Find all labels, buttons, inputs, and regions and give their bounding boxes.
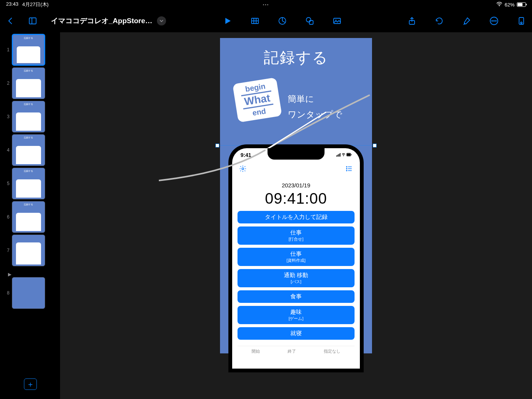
status-time: 23:43 [6, 1, 19, 8]
gear-icon [239, 165, 247, 174]
svg-rect-23 [340, 153, 340, 157]
slide-heading[interactable]: 記録する [220, 38, 372, 68]
sidebar-toggle-icon[interactable] [27, 15, 39, 27]
phone-notch [268, 148, 325, 160]
phone-button-list: タイトルを入力して記録 仕事[打合せ] 仕事[資料作成] 通勤 移動[バス] 食… [232, 207, 360, 344]
phone-item-3: 食事 [238, 290, 355, 303]
slide-canvas[interactable]: 記録する begin What end 簡単に ワンタップで 9:41 [60, 32, 532, 399]
svg-point-16 [494, 21, 494, 21]
slide-content[interactable]: 記録する begin What end 簡単に ワンタップで 9:41 [220, 38, 372, 353]
slide-navigator[interactable]: 1 記録する 2 記録する 3 記録する 4 記録する 5 記録する 6 記録す… [0, 32, 60, 399]
svg-rect-10 [309, 21, 313, 24]
status-date: 4月27日(木) [22, 1, 49, 8]
slide-thumb-5[interactable]: 5 記録する [1, 168, 59, 200]
title-dropdown-icon[interactable] [157, 16, 166, 25]
phone-date: 2023/01/19 [232, 182, 360, 188]
battery-percent: 62% [505, 2, 515, 8]
phone-mockup[interactable]: 9:41 [228, 144, 364, 372]
phone-item-5: 就寝 [238, 327, 355, 340]
phone-primary-button: タイトルを入力して記録 [238, 211, 355, 223]
svg-rect-27 [351, 154, 352, 155]
app-toolbar: イマココデコレオ_AppStore… [0, 11, 532, 30]
svg-point-28 [242, 168, 244, 170]
svg-point-17 [496, 21, 496, 21]
wifi-icon [496, 2, 502, 8]
resize-handle-right[interactable] [373, 144, 377, 147]
phone-clock: 09:41:00 [232, 190, 360, 207]
slide-thumb-2[interactable]: 2 記録する [1, 67, 59, 99]
slide-thumb-8[interactable]: 8 [1, 277, 59, 309]
format-brush-icon[interactable] [461, 15, 473, 27]
image-icon[interactable] [331, 15, 343, 27]
add-slide-button[interactable]: ＋ [24, 378, 37, 390]
slide-thumb-1[interactable]: 1 記録する [1, 34, 59, 66]
svg-rect-22 [339, 154, 339, 157]
svg-point-9 [306, 17, 311, 22]
svg-point-34 [347, 170, 347, 171]
phone-item-2: 通勤 移動[バス] [238, 269, 355, 287]
resize-handle-left[interactable] [215, 144, 219, 147]
svg-rect-26 [347, 154, 350, 156]
svg-point-15 [492, 21, 492, 21]
multitask-dots[interactable]: ••• [263, 3, 269, 7]
back-button[interactable] [5, 15, 17, 27]
phone-signal-icons [336, 152, 352, 158]
slide-thumb-7[interactable]: 7 [1, 234, 59, 266]
svg-point-19 [521, 22, 522, 24]
slide-thumb-3[interactable]: 3 記録する [1, 101, 59, 133]
document-title[interactable]: イマココデコレオ_AppStore… [51, 16, 152, 26]
collapse-arrow-icon[interactable]: ▶ [8, 272, 59, 277]
ipad-statusbar: 23:43 4月27日(木) ••• 62% [0, 0, 532, 9]
chart-icon[interactable] [276, 15, 288, 27]
table-icon[interactable] [249, 15, 261, 27]
app-logo-graphic[interactable]: begin What end [233, 78, 282, 123]
phone-tabbar: 開始 終了 指定なし [238, 346, 355, 354]
play-button[interactable] [222, 15, 234, 27]
undo-icon[interactable] [433, 15, 445, 27]
svg-marker-3 [225, 18, 231, 24]
svg-point-32 [347, 166, 347, 167]
phone-item-0: 仕事[打合せ] [238, 226, 355, 245]
list-icon [345, 165, 353, 174]
battery-icon [517, 2, 526, 7]
svg-rect-1 [29, 18, 36, 24]
slide-thumb-4[interactable]: 4 記録する [1, 134, 59, 166]
svg-rect-21 [337, 155, 338, 157]
share-icon[interactable] [406, 15, 418, 27]
phone-item-4: 趣味[ゲーム] [238, 306, 355, 324]
phone-item-1: 仕事[資料作成] [238, 248, 355, 266]
shape-icon[interactable] [304, 15, 316, 27]
svg-rect-20 [336, 155, 337, 157]
tagline-text[interactable]: 簡単に ワンタップで [288, 91, 342, 123]
svg-point-24 [343, 155, 344, 156]
slide-thumb-6[interactable]: 6 記録する [1, 201, 59, 233]
document-settings-icon[interactable] [515, 15, 527, 27]
svg-point-33 [347, 168, 347, 169]
more-icon[interactable] [488, 15, 500, 27]
svg-point-0 [499, 5, 500, 6]
